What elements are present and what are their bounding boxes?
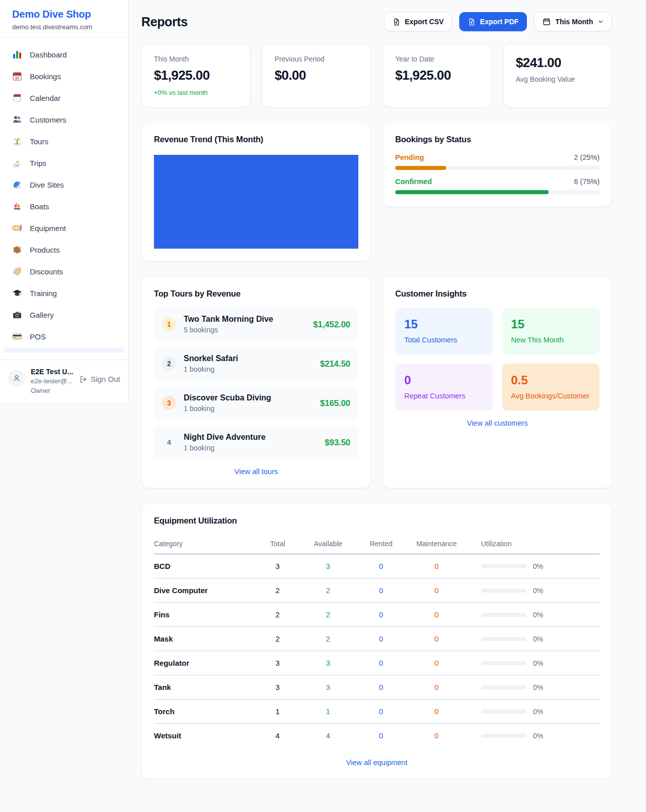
people-icon bbox=[12, 114, 22, 125]
stat-label: Year to Date bbox=[395, 55, 479, 63]
sidebar-item-equipment[interactable]: Equipment bbox=[4, 218, 124, 238]
table-row: Tank 3 3 0 0 0% bbox=[154, 675, 600, 700]
avatar bbox=[8, 370, 25, 387]
status-label: Pending bbox=[395, 153, 424, 161]
sidebar-item-label: Boats bbox=[30, 202, 49, 211]
tile-new-this-month: 15 New This Month bbox=[502, 308, 600, 355]
view-all-customers-link[interactable]: View all customers bbox=[395, 419, 600, 427]
user-name: E2E Test U... bbox=[31, 367, 73, 377]
equipment-total: 4 bbox=[255, 731, 300, 740]
rank-badge: 2 bbox=[162, 357, 176, 371]
stat-label: Previous Period bbox=[275, 55, 358, 63]
column-header: Maintenance bbox=[406, 540, 467, 548]
stat-value: $1,925.00 bbox=[395, 68, 479, 83]
lists-row: Top Tours by Revenue 1 Two Tank Morning … bbox=[141, 276, 612, 488]
tour-bookings: 1 booking bbox=[184, 365, 238, 373]
sidebar-item-label: Discounts bbox=[30, 267, 63, 276]
equipment-available: 4 bbox=[300, 731, 356, 740]
bookings-by-status-card: Bookings by Status Pending 2 (25%) Confi… bbox=[383, 122, 612, 207]
tile-avg-bookings: 0.5 Avg Bookings/Customer bbox=[502, 364, 600, 411]
stat-card-previous-period: Previous Period $0.00 bbox=[262, 44, 371, 107]
sidebar-item-discounts[interactable]: Discounts bbox=[4, 261, 124, 281]
sidebar-item-active-partial[interactable] bbox=[4, 348, 124, 353]
customer-insights-card: Customer Insights 15 Total Customers 15 … bbox=[383, 276, 612, 488]
status-bar-fill bbox=[395, 166, 446, 170]
sign-out-label: Sign Out bbox=[91, 375, 120, 383]
bookings-by-status-title: Bookings by Status bbox=[395, 135, 600, 144]
camera-flash-icon bbox=[12, 310, 22, 320]
sidebar-item-calendar[interactable]: Calendar bbox=[4, 88, 124, 108]
export-pdf-button[interactable]: Export PDF bbox=[459, 12, 527, 31]
table-row: Wetsuit 4 4 0 0 0% bbox=[154, 724, 600, 747]
view-all-equipment-link[interactable]: View all equipment bbox=[154, 759, 600, 767]
period-selector[interactable]: This Month bbox=[534, 12, 612, 31]
utilization-bar-track bbox=[481, 734, 526, 738]
sign-out-button[interactable]: Sign Out bbox=[79, 375, 120, 383]
stat-delta: +0% vs last month bbox=[154, 89, 238, 96]
tile-total-customers: 15 Total Customers bbox=[395, 308, 493, 355]
calendar-icon bbox=[543, 18, 551, 26]
revenue-trend-chart bbox=[154, 155, 358, 249]
table-row: Mask 2 2 0 0 0% bbox=[154, 627, 600, 651]
main-content: Reports Export CSV Export PDF This Month… bbox=[129, 0, 646, 799]
equipment-rented: 0 bbox=[356, 659, 406, 667]
graduation-cap-icon bbox=[12, 288, 22, 298]
utilization-bar-track bbox=[481, 564, 526, 568]
utilization-bar-track bbox=[481, 710, 526, 714]
sidebar-item-gallery[interactable]: Gallery bbox=[4, 305, 124, 325]
rank-badge: 1 bbox=[162, 317, 176, 331]
sidebar-item-training[interactable]: Training bbox=[4, 283, 124, 303]
equipment-rented: 0 bbox=[356, 707, 406, 716]
user-panel: E2E Test U... e2e-tester@... Owner Sign … bbox=[0, 360, 128, 402]
equipment-available: 3 bbox=[300, 562, 356, 570]
sidebar-item-pos[interactable]: POS bbox=[4, 326, 124, 346]
utilization-percent: 0% bbox=[533, 635, 543, 643]
tour-bookings: 5 bookings bbox=[184, 326, 273, 334]
equipment-category: Tank bbox=[154, 683, 255, 691]
revenue-trend-title: Revenue Trend (This Month) bbox=[154, 135, 358, 144]
sidebar-item-dashboard[interactable]: Dashboard bbox=[4, 44, 124, 65]
equipment-rented: 0 bbox=[356, 634, 406, 643]
stat-label: This Month bbox=[154, 55, 238, 63]
equipment-total: 1 bbox=[255, 707, 300, 716]
package-icon bbox=[12, 245, 22, 255]
desert-island-icon bbox=[12, 136, 22, 146]
status-bar-fill bbox=[395, 190, 549, 194]
equipment-rented: 0 bbox=[356, 683, 406, 691]
sidebar-item-tours[interactable]: Tours bbox=[4, 131, 124, 151]
equipment-category: Wetsuit bbox=[154, 731, 255, 740]
tour-name: Night Dive Adventure bbox=[184, 433, 265, 442]
equipment-category: Mask bbox=[154, 634, 255, 643]
tour-amount: $165.00 bbox=[320, 398, 350, 408]
sidebar-item-label: Products bbox=[30, 246, 60, 254]
top-tours-card: Top Tours by Revenue 1 Two Tank Morning … bbox=[141, 276, 371, 488]
stat-card-this-month: This Month $1,925.00 +0% vs last month bbox=[141, 44, 250, 107]
view-all-tours-link[interactable]: View all tours bbox=[154, 468, 358, 476]
sidebar-item-customers[interactable]: Customers bbox=[4, 109, 124, 130]
table-row: Torch 1 1 0 0 0% bbox=[154, 700, 600, 724]
status-label: Confirmed bbox=[395, 178, 432, 186]
chevron-down-icon bbox=[598, 19, 604, 25]
equipment-rented: 0 bbox=[356, 562, 406, 570]
column-header: Total bbox=[255, 540, 300, 548]
equipment-available: 2 bbox=[300, 610, 356, 619]
insight-tiles: 15 Total Customers 15 New This Month 0 R… bbox=[395, 308, 600, 411]
status-count: 2 (25%) bbox=[574, 153, 600, 161]
sidebar-item-label: POS bbox=[30, 332, 46, 341]
equipment-maintenance: 0 bbox=[406, 659, 467, 667]
rank-badge: 4 bbox=[162, 435, 176, 449]
equipment-available: 2 bbox=[300, 586, 356, 595]
sidebar-item-dive-sites[interactable]: Dive Sites bbox=[4, 175, 124, 195]
utilization-bar-track bbox=[481, 661, 526, 665]
utilization-bar-track bbox=[481, 637, 526, 641]
stat-value: $1,925.00 bbox=[154, 68, 238, 83]
sidebar-item-boats[interactable]: Boats bbox=[4, 196, 124, 216]
sidebar-item-trips[interactable]: Trips bbox=[4, 153, 124, 173]
equipment-total: 3 bbox=[255, 562, 300, 570]
user-role: Owner bbox=[31, 386, 73, 396]
sidebar-item-bookings[interactable]: 17 Bookings bbox=[4, 66, 124, 86]
label-tag-icon bbox=[12, 266, 22, 276]
equipment-maintenance: 0 bbox=[406, 562, 467, 570]
export-csv-button[interactable]: Export CSV bbox=[384, 12, 452, 31]
sidebar-item-products[interactable]: Products bbox=[4, 240, 124, 260]
